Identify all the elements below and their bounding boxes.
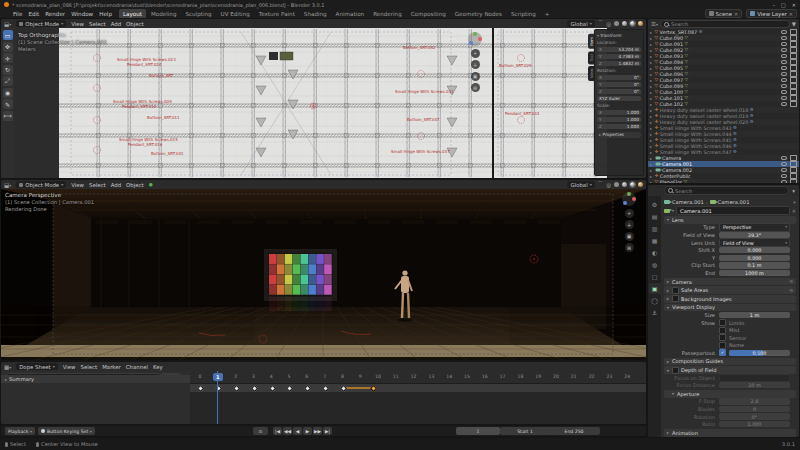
play-button[interactable]: ▶	[303, 427, 312, 435]
shading-material-icon[interactable]	[630, 21, 635, 26]
menu-view[interactable]: View	[71, 182, 84, 188]
mode-selector[interactable]: Object Mode▾	[16, 20, 66, 27]
workspace-tab-shading[interactable]: Shading	[300, 9, 331, 18]
tool-transform[interactable]: ◉	[3, 88, 13, 98]
menu-key[interactable]: Key	[153, 364, 163, 370]
outliner-display-mode-icon[interactable]: ☰▾	[651, 21, 658, 27]
panel-checkbox[interactable]	[672, 367, 679, 374]
properties-tab-output[interactable]: ▥	[649, 223, 661, 234]
location-y-field[interactable]: Y4.7383 m	[597, 53, 641, 60]
shading-solid-icon[interactable]	[622, 182, 627, 187]
shading-rendered-icon[interactable]	[638, 21, 643, 26]
properties-tab-constraints[interactable]: ⚓	[649, 307, 661, 318]
move-view-icon[interactable]: ✛	[625, 220, 634, 229]
n-panel-tab-tool[interactable]: Tool	[588, 51, 594, 64]
workspace-tab-compositing[interactable]: Compositing	[407, 9, 450, 18]
shading-wireframe-icon[interactable]	[614, 21, 619, 26]
jump-next-keyframe-button[interactable]: ▶▶	[313, 427, 322, 435]
n-panel-properties-section[interactable]: ▸ Properties	[597, 132, 641, 139]
hide-viewport-icon[interactable]	[781, 162, 788, 167]
menu-marker[interactable]: Marker	[102, 364, 121, 370]
menu-select[interactable]: Select	[89, 21, 106, 27]
transform-panel-header[interactable]: ▾Transform	[597, 32, 641, 39]
axis-gizmo[interactable]	[622, 192, 636, 206]
disable-render-icon[interactable]	[790, 77, 797, 82]
location-z-field[interactable]: Z1.4832 m	[597, 60, 641, 67]
jump-to-end-button[interactable]: ▶|	[323, 427, 332, 435]
hide-viewport-icon[interactable]	[781, 84, 788, 89]
checkbox-sensor[interactable]	[719, 334, 726, 341]
rotation-mode-dropdown[interactable]: XYZ Euler	[597, 95, 641, 102]
blender-menu-icon[interactable]	[3, 11, 9, 17]
zoom-icon[interactable]: +	[625, 209, 634, 218]
prop-slider-blades[interactable]: 0	[719, 406, 790, 412]
menu-help[interactable]: Help	[99, 11, 112, 17]
dope-sheet-mode-selector[interactable]: Dope Sheet▾	[16, 363, 58, 370]
hide-viewport-icon[interactable]	[781, 96, 788, 101]
disable-render-icon[interactable]	[790, 71, 797, 76]
prop-slider-field-of-view[interactable]: 39.3°	[719, 232, 790, 238]
editor-type-icon[interactable]: ▦▾	[4, 364, 11, 370]
pin-icon[interactable]: ⌖	[793, 199, 796, 206]
menu-add[interactable]: Add	[111, 182, 121, 188]
tool-cursor[interactable]: ✜	[3, 42, 13, 52]
disable-render-icon[interactable]	[790, 83, 797, 88]
close-button[interactable]: ✕	[792, 2, 796, 8]
scene-unlink-icon[interactable]: ✕	[734, 11, 738, 17]
n-panel-tab-view[interactable]: View	[588, 66, 594, 81]
axis-gizmo[interactable]	[468, 32, 482, 46]
panel-checkbox[interactable]	[672, 287, 679, 294]
panel-extra-icon[interactable]: ⟲	[789, 279, 793, 284]
disable-render-icon[interactable]	[790, 89, 797, 94]
prop-slider-y[interactable]: 0.000	[719, 255, 790, 261]
scene-selector[interactable]: Scene ✕	[705, 9, 743, 18]
panel-header-camera[interactable]: ▸Camera⟲	[664, 278, 796, 286]
proportional-edit-icon[interactable]: ◎	[606, 182, 611, 188]
camera-view-icon[interactable]: ▣	[471, 72, 480, 81]
properties-tab-physics[interactable]: ◯	[649, 295, 661, 306]
menu-render[interactable]: Render	[45, 11, 65, 17]
panel-header-aperture[interactable]: ▾Aperture	[664, 390, 796, 398]
scale-x-field[interactable]: X1.000	[597, 109, 641, 116]
hide-viewport-icon[interactable]	[781, 156, 788, 161]
tool-select-box[interactable]: ▭	[3, 30, 13, 40]
view-layer-unlink-icon[interactable]: ✕	[789, 11, 793, 17]
playhead[interactable]: 1	[217, 371, 218, 424]
rotation-y-field[interactable]: Y0°	[597, 81, 641, 88]
channel-summary[interactable]: ▸Summary	[1, 375, 190, 383]
minimize-button[interactable]: –	[773, 2, 776, 8]
prop-drop-type[interactable]: Perspective▾	[719, 223, 790, 231]
workspace-tab-scripting[interactable]: Scripting	[507, 9, 540, 18]
disable-render-icon[interactable]	[790, 59, 797, 64]
axis-x-icon[interactable]	[632, 197, 636, 201]
proportional-edit-icon[interactable]: ◎	[606, 21, 611, 27]
unlink-datablock-icon[interactable]: ✕	[792, 208, 796, 214]
hide-viewport-icon[interactable]	[781, 174, 788, 179]
zoom-icon[interactable]: +	[471, 49, 480, 58]
playback-menu[interactable]: Playback ▾	[5, 427, 35, 435]
n-panel-tab-item[interactable]: Item	[588, 34, 594, 49]
scale-z-field[interactable]: Z1.000	[597, 123, 641, 130]
disable-render-icon[interactable]	[790, 47, 797, 52]
disable-render-icon[interactable]	[790, 53, 797, 58]
prop-slider-rotation[interactable]: 0°	[719, 413, 790, 419]
workspace-tab-texture-paint[interactable]: Texture Paint	[255, 9, 299, 18]
properties-tab-world[interactable]: ◍	[649, 259, 661, 270]
workspace-tab-uv-editing[interactable]: UV Editing	[217, 9, 254, 18]
camera-view-icon[interactable]: ▣	[625, 232, 634, 241]
passepartout-checkbox[interactable]: ✓	[719, 349, 726, 356]
disable-render-icon[interactable]	[790, 161, 797, 166]
n-panel-transform[interactable]: ItemToolView ▾TransformLocation:X53.204 …	[594, 29, 644, 176]
workspace-tab-+[interactable]: +	[541, 9, 554, 18]
editor-type-icon[interactable]: ⬓▾	[4, 21, 11, 27]
prop-slider-ratio[interactable]: 1.000	[719, 421, 790, 427]
datablock-name-field[interactable]: Camera.001	[676, 206, 790, 215]
menu-window[interactable]: Window	[71, 11, 93, 17]
hide-viewport-icon[interactable]	[781, 36, 788, 41]
tool-rotate[interactable]: ↻	[3, 65, 13, 75]
keying-set-selector[interactable]: Button Keying Set ▾	[38, 427, 95, 435]
hide-viewport-icon[interactable]	[781, 72, 788, 77]
transform-orientation[interactable]: Global▾	[567, 181, 594, 188]
axis-y-icon[interactable]	[473, 32, 477, 36]
tool-move[interactable]: ✛	[3, 53, 13, 63]
